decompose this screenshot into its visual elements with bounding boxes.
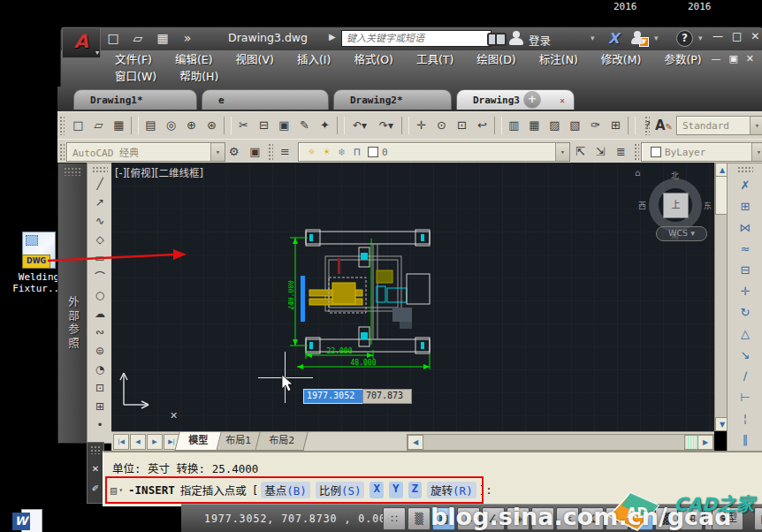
- scroll-left-button[interactable]: ◀: [408, 435, 423, 450]
- first-tab-button[interactable]: |◀: [113, 434, 129, 450]
- exchange-apps-icon[interactable]: X: [608, 30, 619, 47]
- a360-sync-icon[interactable]: ▼: [631, 31, 645, 45]
- menu-item[interactable]: 插入(I): [286, 52, 342, 68]
- sep3-button[interactable]: [337, 117, 345, 134]
- zoom-realtime-button[interactable]: ⊙: [431, 115, 452, 135]
- move-button[interactable]: ✛: [735, 280, 755, 301]
- text-style-combo[interactable]: Standard ▾: [676, 116, 762, 135]
- paste-button[interactable]: ▣: [274, 115, 294, 135]
- cut-button[interactable]: ✂: [233, 115, 254, 135]
- vertical-scrollbar[interactable]: ▲ ▼: [714, 163, 728, 431]
- toolbar-grip[interactable]: [644, 116, 650, 135]
- workspace-lock-button[interactable]: ▣: [245, 141, 265, 162]
- minimize-button[interactable]: —: [712, 30, 723, 42]
- toolbar-grip[interactable]: [737, 166, 753, 172]
- revision-cloud-button[interactable]: ☁: [90, 304, 110, 323]
- workspace-combo[interactable]: AutoCAD 经典 ▾: [66, 142, 225, 162]
- chevron-down-icon[interactable]: ▾: [654, 34, 659, 42]
- sep6-button[interactable]: [628, 117, 636, 134]
- menu-item[interactable]: 绘图(D): [465, 52, 527, 68]
- sep5-button[interactable]: [494, 117, 502, 134]
- layout-tab[interactable]: 布局2: [255, 432, 308, 451]
- next-tab-button[interactable]: ▶: [147, 434, 163, 450]
- signin-button[interactable]: 登录: [529, 32, 551, 49]
- match-properties-button[interactable]: ✎: [294, 115, 315, 135]
- scroll-thumb[interactable]: [684, 435, 698, 450]
- chevron-down-icon[interactable]: ▾: [118, 486, 123, 494]
- publish-button[interactable]: ⊕: [181, 115, 202, 135]
- menu-item[interactable]: 窗口(W): [103, 69, 168, 85]
- tab-close-icon[interactable]: ✕: [560, 95, 565, 105]
- mdi-minimize-button[interactable]: —: [711, 53, 720, 65]
- recent-commands-icon[interactable]: ▤: [110, 484, 117, 497]
- zoom-window-button[interactable]: ⊡: [452, 115, 472, 135]
- mdi-restore-button[interactable]: ▣: [728, 53, 737, 65]
- redo-button[interactable]: ↷▾: [373, 115, 400, 135]
- menu-item[interactable]: 编辑(E): [164, 52, 225, 68]
- insert-block-button[interactable]: ⊡: [90, 378, 110, 397]
- coordinate-display[interactable]: 1977.3052, 707.8730 , 0.0000: [204, 513, 400, 525]
- horizontal-scrollbar[interactable]: ◀ ▶: [407, 434, 714, 451]
- layer-on-icon[interactable]: ☼: [304, 146, 319, 158]
- pan-button[interactable]: ✛: [411, 115, 431, 135]
- mirror-button[interactable]: ⋈: [735, 217, 755, 238]
- application-menu-button[interactable]: A ▾: [62, 27, 101, 58]
- chevron-down-icon[interactable]: ▾: [751, 143, 762, 161]
- block-editor-button[interactable]: ✦: [315, 115, 335, 135]
- array-button[interactable]: ⊟: [735, 259, 755, 280]
- stretch-button[interactable]: ↘: [735, 344, 755, 365]
- quick-view-layouts-button[interactable]: ▣: [754, 507, 762, 530]
- layer-thaw-icon[interactable]: ☀: [319, 146, 334, 158]
- scroll-right-button[interactable]: ▶: [697, 435, 713, 450]
- chevron-down-icon[interactable]: ▾: [591, 34, 595, 42]
- open-button[interactable]: ▱: [88, 115, 109, 135]
- menu-item[interactable]: 视图(V): [225, 52, 286, 68]
- dynamic-input-x[interactable]: 1977.3052: [303, 389, 365, 404]
- layer-properties-manager-button[interactable]: ≡: [275, 141, 295, 162]
- plot-button[interactable]: ▤: [141, 115, 161, 135]
- cmd-option[interactable]: 基点(B): [261, 482, 310, 498]
- scale-button[interactable]: △: [735, 323, 755, 344]
- taskbar-word-icon[interactable]: W: [12, 509, 42, 532]
- layer-vp-freeze-icon[interactable]: ❄: [334, 146, 349, 158]
- maximize-button[interactable]: □: [732, 30, 742, 42]
- circle-button[interactable]: ○: [90, 285, 110, 304]
- layer-unlock-icon[interactable]: ⊓: [349, 146, 364, 158]
- close-button[interactable]: ✕: [751, 30, 759, 42]
- chevron-down-icon[interactable]: ▾: [555, 143, 569, 161]
- xref-palette-strip[interactable]: 外部参照: [57, 163, 88, 444]
- polyline-button[interactable]: ∿: [90, 211, 110, 230]
- toolbar-grip[interactable]: [59, 143, 65, 160]
- menu-item[interactable]: 修改(M): [590, 52, 653, 68]
- chevron-down-icon[interactable]: ▾: [210, 143, 225, 161]
- break-button[interactable]: ‖: [735, 429, 755, 450]
- prev-tab-button[interactable]: ◀: [130, 434, 146, 450]
- cmd-option[interactable]: 旋转(R): [427, 482, 476, 498]
- spline-button[interactable]: ∾: [90, 323, 110, 341]
- cmd-option[interactable]: Y: [389, 482, 403, 498]
- rotate-button[interactable]: ↻: [735, 301, 755, 323]
- ellipse-arc-button[interactable]: ◔: [90, 360, 110, 378]
- point-button[interactable]: •: [90, 415, 110, 434]
- cmd-option[interactable]: 比例(S): [316, 482, 365, 498]
- erase-button[interactable]: ✗: [735, 174, 755, 195]
- viewcube-home-icon[interactable]: ⌂: [635, 168, 640, 178]
- trim-button[interactable]: ∕: [735, 365, 755, 386]
- make-block-button[interactable]: ⊞: [90, 397, 110, 415]
- toolbar-grip[interactable]: [634, 143, 639, 160]
- quickcalc-button[interactable]: ⊞: [606, 115, 626, 135]
- undo-button[interactable]: ↶▾: [347, 115, 373, 135]
- text-style-icon[interactable]: A✎: [655, 118, 673, 133]
- menu-item[interactable]: 文件(F): [103, 52, 164, 68]
- toolbar-grip[interactable]: [92, 166, 108, 172]
- color-combo[interactable]: ByLayer ▾: [641, 142, 762, 162]
- make-object-layer-current-button[interactable]: ⇱: [570, 141, 591, 162]
- open-file-button[interactable]: ▱: [129, 29, 147, 47]
- dock-grip[interactable]: [90, 445, 101, 454]
- search-icon[interactable]: [487, 33, 503, 43]
- save-button[interactable]: ▦: [109, 115, 129, 135]
- break-at-point-button[interactable]: ¦: [735, 407, 755, 429]
- arc-button[interactable]: ⌒: [90, 267, 110, 285]
- new-tab-button[interactable]: +: [523, 91, 541, 109]
- save-file-button[interactable]: ▦: [154, 29, 171, 47]
